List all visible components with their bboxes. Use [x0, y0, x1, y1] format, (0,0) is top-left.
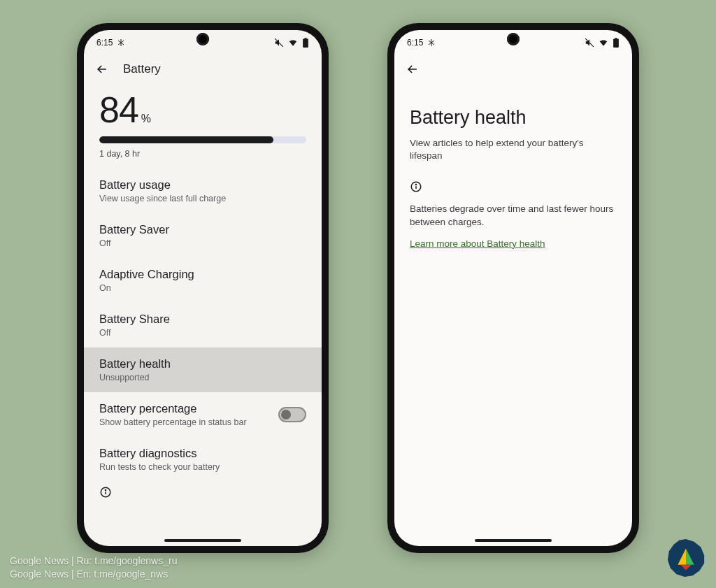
watermark: Google News | Ru: t.me/googlenws_ru Goog…	[10, 554, 177, 581]
item-sub: Off	[99, 238, 306, 248]
item-title: Battery Saver	[99, 223, 306, 236]
mute-icon	[274, 38, 284, 48]
battery-icon	[302, 38, 309, 48]
item-title: Battery health	[99, 357, 306, 371]
logo-badge	[666, 538, 706, 578]
watermark-line1: Google News | Ru: t.me/googlenws_ru	[10, 554, 177, 568]
item-sub: Off	[99, 328, 306, 338]
gesture-pill[interactable]	[475, 539, 552, 542]
status-time: 6:15	[96, 38, 113, 48]
item-sub: Unsupported	[99, 373, 306, 382]
gesture-pill[interactable]	[164, 539, 241, 542]
item-title: Battery usage	[99, 178, 306, 192]
svg-point-5	[105, 489, 106, 490]
item-title: Battery diagnostics	[99, 447, 306, 460]
app-bar	[394, 55, 632, 85]
svg-rect-7	[613, 39, 619, 48]
snowflake-icon	[427, 38, 436, 47]
item-sub: Run tests to check your battery	[99, 462, 306, 472]
svg-rect-8	[615, 38, 617, 39]
item-battery-saver[interactable]: Battery Saver Off	[84, 213, 322, 258]
battery-progress-track	[99, 136, 306, 143]
item-title: Adaptive Charging	[99, 268, 306, 281]
item-battery-usage[interactable]: Battery usage View usage since last full…	[84, 168, 322, 213]
screen-battery-health: 6:15 Battery health	[394, 30, 632, 546]
item-sub: View usage since last full charge	[99, 194, 306, 203]
battery-percent-symbol: %	[141, 113, 151, 129]
battery-percent-value: 84	[99, 89, 138, 131]
svg-rect-1	[303, 39, 308, 48]
phone-frame-left: 6:15 Battery	[77, 23, 329, 553]
screen-battery-settings: 6:15 Battery	[84, 30, 322, 546]
item-sub: On	[99, 283, 306, 293]
wifi-icon	[599, 38, 608, 48]
back-button[interactable]	[404, 61, 421, 78]
page-title: Battery health	[394, 85, 632, 134]
wifi-icon	[288, 38, 298, 48]
item-battery-share[interactable]: Battery Share Off	[84, 303, 322, 347]
info-text: Batteries degrade over time and last few…	[410, 203, 617, 228]
page-subtitle: View articles to help extend your batter…	[394, 134, 632, 180]
footer-info-row	[84, 482, 322, 507]
battery-estimate: 1 day, 8 hr	[99, 149, 306, 159]
watermark-line2: Google News | En: t.me/google_nws	[10, 568, 177, 581]
svg-point-11	[415, 185, 416, 185]
camera-punchhole	[507, 33, 520, 45]
app-bar: Battery	[84, 55, 322, 85]
camera-punchhole	[196, 33, 209, 45]
info-block: Batteries degrade over time and last few…	[394, 180, 632, 249]
phone-frame-right: 6:15 Battery health	[387, 23, 639, 553]
toggle-battery-percentage[interactable]	[278, 407, 306, 422]
mute-icon	[585, 38, 594, 48]
settings-list: Battery usage View usage since last full…	[84, 168, 322, 546]
svg-rect-2	[304, 38, 306, 39]
snowflake-icon	[117, 38, 125, 47]
item-battery-diagnostics[interactable]: Battery diagnostics Run tests to check y…	[84, 437, 322, 482]
info-icon[interactable]	[99, 489, 112, 501]
item-title: Battery Share	[99, 313, 306, 326]
battery-progress-fill	[99, 136, 273, 143]
status-time: 6:15	[407, 38, 423, 48]
item-sub: Show battery percentage in status bar	[99, 417, 271, 427]
battery-icon	[613, 38, 620, 48]
learn-more-link[interactable]: Learn more about Battery health	[410, 238, 545, 249]
item-adaptive-charging[interactable]: Adaptive Charging On	[84, 258, 322, 303]
back-button[interactable]	[94, 61, 110, 78]
item-battery-percentage[interactable]: Battery percentage Show battery percenta…	[84, 392, 322, 437]
info-icon	[410, 183, 422, 195]
item-title: Battery percentage	[99, 402, 271, 415]
battery-hero: 84 % 1 day, 8 hr	[84, 85, 322, 168]
item-battery-health[interactable]: Battery health Unsupported	[84, 347, 322, 392]
page-title: Battery	[123, 62, 161, 76]
